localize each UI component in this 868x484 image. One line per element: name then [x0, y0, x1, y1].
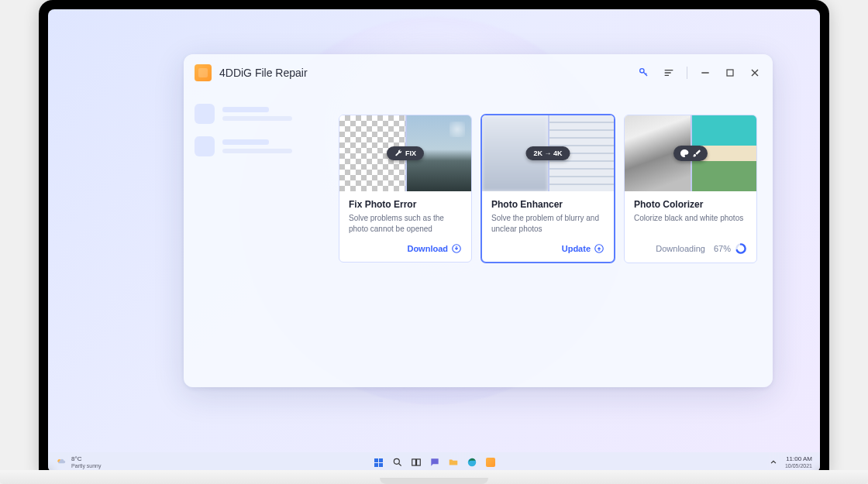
wrench-icon: [394, 149, 402, 157]
action-label: Download: [407, 244, 448, 253]
placeholder-line: [222, 149, 292, 153]
search-icon[interactable]: [392, 457, 403, 468]
chat-icon[interactable]: [429, 457, 440, 468]
taskbar-time: 11:00 AM: [785, 456, 812, 463]
upload-icon: [594, 243, 604, 254]
placeholder-icon: [195, 104, 215, 124]
fix-badge: FIX: [387, 146, 424, 160]
placeholder-line: [222, 116, 292, 121]
update-button[interactable]: Update: [562, 243, 604, 254]
badge-label: 2K → 4K: [533, 149, 562, 157]
card-photo-enhancer[interactable]: 2K → 4K Photo Enhancer Solve the problem…: [481, 115, 615, 263]
card-body: Photo Colorizer Colorize black and white…: [625, 191, 756, 236]
placeholder-line: [222, 107, 269, 112]
taskbar-center: [374, 457, 496, 468]
resolution-badge: 2K → 4K: [525, 146, 570, 160]
desktop-screen: 4DDiG File Repair: [48, 9, 820, 472]
svg-rect-1: [727, 70, 733, 76]
download-button[interactable]: Download: [407, 243, 462, 254]
card-fix-photo-error[interactable]: FIX Fix Photo Error Solve problems such …: [339, 115, 472, 263]
sidebar: [184, 91, 323, 387]
sidebar-item-placeholder[interactable]: [195, 136, 312, 156]
taskbar-date: 10/05/2021: [785, 463, 812, 469]
card-thumb: FIX: [339, 115, 471, 191]
laptop-notch: [380, 478, 488, 484]
close-button[interactable]: [748, 66, 762, 80]
brush-icon: [692, 149, 701, 158]
edge-icon[interactable]: [467, 457, 477, 468]
card-footer: Downloading 67%: [625, 236, 756, 263]
card-desc: Solve problems such as the photo cannot …: [349, 213, 462, 234]
app-title: 4DDiG File Repair: [219, 67, 308, 79]
card-title: Photo Colorizer: [634, 199, 747, 210]
colorize-badge: [673, 146, 708, 161]
app-logo-icon: [195, 64, 212, 81]
card-thumb: 2K → 4K: [482, 115, 614, 191]
progress-ring-icon: [735, 242, 747, 255]
laptop-frame: 4DDiG File Repair: [39, 0, 829, 472]
taskbar-weather[interactable]: 8°C Partly sunny: [56, 456, 102, 469]
status-percent: 67%: [714, 244, 731, 253]
svg-rect-9: [416, 459, 420, 465]
card-desc: Colorize black and white photos: [634, 213, 747, 233]
badge-label: FIX: [405, 149, 416, 157]
laptop-base: [0, 470, 868, 484]
explorer-icon[interactable]: [448, 457, 459, 468]
card-footer: Update: [482, 237, 614, 262]
card-title: Photo Enhancer: [491, 199, 604, 210]
placeholder-icon: [195, 136, 215, 156]
title-actions: [637, 66, 762, 80]
titlebar: 4DDiG File Repair: [184, 54, 773, 91]
svg-point-7: [394, 458, 399, 464]
content-area: FIX Fix Photo Error Solve problems such …: [323, 91, 773, 387]
taskbar-weather-text: Partly sunny: [71, 463, 102, 469]
taskbar-temp: 8°C: [71, 456, 102, 463]
card-title: Fix Photo Error: [349, 199, 462, 210]
chevron-up-icon[interactable]: [768, 457, 779, 468]
titlebar-divider: [687, 67, 687, 79]
taskview-icon[interactable]: [411, 457, 422, 468]
status-prefix: Downloading: [656, 244, 705, 253]
download-icon: [451, 243, 462, 254]
card-photo-colorizer[interactable]: Photo Colorizer Colorize black and white…: [624, 115, 757, 263]
palette-icon: [680, 149, 689, 158]
sidebar-item-placeholder[interactable]: [195, 104, 312, 124]
start-button[interactable]: [374, 457, 384, 468]
key-icon[interactable]: [637, 66, 651, 80]
app-window: 4DDiG File Repair: [184, 54, 773, 387]
svg-rect-8: [412, 459, 415, 465]
action-label: Update: [562, 244, 591, 253]
maximize-button[interactable]: [723, 66, 737, 80]
card-desc: Solve the problem of blurry and unclear …: [491, 213, 604, 234]
app-taskbar-icon[interactable]: [485, 457, 496, 468]
app-body: FIX Fix Photo Error Solve problems such …: [184, 91, 773, 387]
menu-icon[interactable]: [662, 66, 676, 80]
taskbar-tray[interactable]: 11:00 AM 10/05/2021: [768, 456, 812, 469]
card-thumb: [625, 115, 756, 191]
download-status: Downloading 67%: [656, 244, 731, 253]
weather-icon: [56, 457, 67, 468]
svg-point-0: [640, 69, 644, 73]
card-body: Fix Photo Error Solve problems such as t…: [339, 191, 471, 237]
minimize-button[interactable]: [698, 66, 712, 80]
card-body: Photo Enhancer Solve the problem of blur…: [482, 191, 614, 237]
card-footer: Download: [339, 237, 471, 262]
placeholder-line: [222, 139, 269, 145]
